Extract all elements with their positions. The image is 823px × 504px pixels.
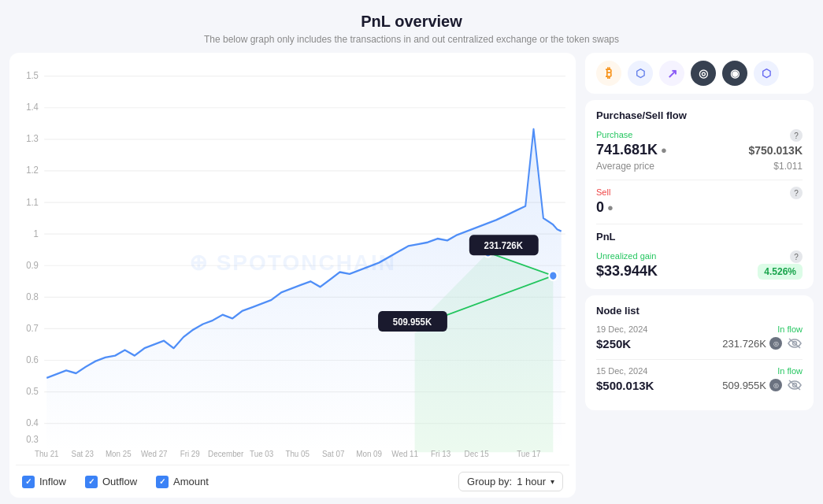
- svg-text:Tue 03: Tue 03: [250, 448, 273, 458]
- sell-label: Sell: [596, 187, 610, 197]
- chart-svg: 1.5 1.4 1.3 1.2 1.1 1 0.9 0.8 0.7 0.6 0.…: [16, 62, 569, 461]
- svg-text:Sat 07: Sat 07: [322, 448, 344, 458]
- svg-text:Tue 17: Tue 17: [517, 448, 540, 458]
- token-eth[interactable]: ⬡: [628, 61, 653, 86]
- svg-text:0.8: 0.8: [26, 291, 39, 302]
- chart-wrapper: ⊕ SPOTONCHAIN 1.5 1.4 1.3 1.2 1.1 1 0.9 …: [16, 62, 569, 461]
- node-2-token: 509.955K ◎: [722, 379, 782, 391]
- chart-area: ⊕ SPOTONCHAIN 1.5 1.4 1.3 1.2 1.1 1 0.9 …: [9, 53, 576, 498]
- amount-checkbox[interactable]: [156, 476, 169, 488]
- pnl-section: PnL Unrealized gain ? $33.944K 4.526%: [596, 231, 803, 280]
- sell-info-icon[interactable]: ?: [790, 187, 803, 199]
- group-by-label: Group by:: [467, 476, 512, 487]
- node-2-flow: In flow: [777, 366, 803, 376]
- amount-label: Amount: [173, 476, 209, 487]
- node-1-hide-icon[interactable]: [787, 335, 803, 351]
- inflow-label: Inflow: [39, 476, 66, 487]
- svg-text:Mon 09: Mon 09: [356, 448, 382, 458]
- token-icons-bar: ₿ ⬡ ↗ ◎ ◉ ⬡: [585, 53, 814, 94]
- svg-text:Thu 21: Thu 21: [35, 448, 59, 458]
- unrealized-pct: 4.526%: [758, 264, 803, 280]
- node-item-2: 15 Dec, 2024 In flow $500.013K 509.955K …: [596, 366, 803, 393]
- svg-text:0.4: 0.4: [26, 417, 39, 428]
- svg-point-31: [549, 271, 557, 280]
- node-list-card: Node list 19 Dec, 2024 In flow $250K 231…: [585, 295, 814, 410]
- outflow-label: Outflow: [102, 476, 137, 487]
- purchase-usd: $750.013K: [748, 144, 803, 157]
- page-title: PnL overview: [0, 0, 823, 34]
- right-panel: ₿ ⬡ ↗ ◎ ◉ ⬡ Purchase/Sell flow Purchase …: [585, 53, 814, 498]
- svg-text:Sat 23: Sat 23: [72, 448, 94, 458]
- unrealized-val: $33.944K: [596, 263, 658, 280]
- token-indigo[interactable]: ⬡: [754, 61, 779, 86]
- svg-text:Fri 13: Fri 13: [431, 448, 450, 458]
- token-dark2[interactable]: ◉: [722, 61, 747, 86]
- svg-marker-26: [46, 129, 561, 452]
- chevron-down-icon: ▾: [551, 477, 554, 486]
- svg-text:231.726K: 231.726K: [484, 239, 523, 251]
- svg-text:1.2: 1.2: [26, 165, 39, 176]
- purchase-section: Purchase ? 741.681K ● $750.013K Average …: [596, 129, 803, 172]
- sell-amount: 0 ●: [596, 199, 614, 216]
- avg-price-label: Average price: [596, 161, 654, 172]
- token-arrow[interactable]: ↗: [659, 61, 684, 86]
- svg-text:Mon 25: Mon 25: [106, 448, 132, 458]
- svg-text:0.5: 0.5: [26, 385, 39, 397]
- page-subtitle: The below graph only includes the transa…: [0, 34, 823, 45]
- svg-text:1.1: 1.1: [26, 196, 39, 208]
- node-1-usd: $250K: [596, 337, 631, 350]
- svg-text:Thu 05: Thu 05: [285, 448, 310, 458]
- purchase-info-icon[interactable]: ?: [790, 129, 803, 142]
- svg-text:0.3: 0.3: [26, 434, 39, 446]
- svg-text:1.3: 1.3: [26, 133, 39, 145]
- purchase-sell-card: Purchase/Sell flow Purchase ? 741.681K ●…: [585, 100, 814, 289]
- chart-footer: Inflow Outflow Amount Group by: 1 hour ▾: [16, 465, 569, 491]
- legend-inflow[interactable]: Inflow: [22, 476, 66, 488]
- svg-text:509.955K: 509.955K: [393, 316, 432, 328]
- pnl-title: PnL: [596, 231, 803, 243]
- token-btc[interactable]: ₿: [596, 61, 621, 86]
- unrealized-info-icon[interactable]: ?: [790, 250, 803, 263]
- purchase-amount: 741.681K ●: [596, 142, 667, 158]
- node-1-coin-badge: ◎: [769, 337, 782, 350]
- svg-text:Fri 29: Fri 29: [180, 448, 200, 458]
- svg-text:Wed 27: Wed 27: [141, 448, 168, 458]
- svg-text:Dec 15: Dec 15: [465, 448, 489, 458]
- node-2-hide-icon[interactable]: [787, 377, 803, 393]
- node-1-date: 19 Dec, 2024: [596, 324, 647, 334]
- node-2-coin-badge: ◎: [769, 379, 782, 391]
- svg-text:0.9: 0.9: [26, 259, 39, 271]
- node-item-1: 19 Dec, 2024 In flow $250K 231.726K ◎: [596, 324, 803, 351]
- token-dark1[interactable]: ◎: [691, 61, 716, 86]
- svg-text:0.6: 0.6: [26, 354, 39, 365]
- svg-text:December: December: [208, 448, 244, 458]
- group-by-val: 1 hour: [517, 476, 546, 487]
- legend-amount[interactable]: Amount: [156, 476, 209, 488]
- outflow-checkbox[interactable]: [85, 476, 98, 488]
- svg-text:1: 1: [34, 228, 39, 239]
- svg-text:1.4: 1.4: [26, 102, 39, 113]
- svg-text:0.7: 0.7: [26, 322, 39, 334]
- sell-section: Sell ? 0 ●: [596, 187, 803, 216]
- node-1-flow: In flow: [777, 324, 803, 334]
- group-by-dropdown[interactable]: Group by: 1 hour ▾: [458, 472, 563, 491]
- purchase-label: Purchase: [596, 130, 632, 139]
- node-1-token: 231.726K ◎: [722, 337, 782, 350]
- node-2-usd: $500.013K: [596, 379, 654, 392]
- legend-outflow[interactable]: Outflow: [85, 476, 137, 488]
- svg-text:Wed 11: Wed 11: [391, 448, 418, 458]
- node-2-date: 15 Dec, 2024: [596, 366, 647, 376]
- avg-price-val: $1.011: [773, 161, 803, 172]
- svg-text:1.5: 1.5: [26, 70, 39, 82]
- unrealized-label: Unrealized gain: [596, 251, 656, 261]
- purchase-sell-title: Purchase/Sell flow: [596, 109, 803, 121]
- inflow-checkbox[interactable]: [22, 476, 35, 488]
- node-list-title: Node list: [596, 305, 803, 317]
